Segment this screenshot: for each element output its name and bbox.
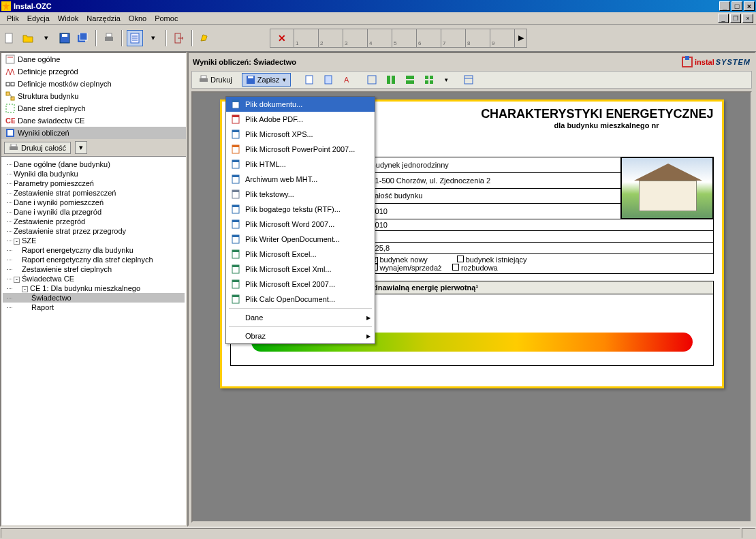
new-button[interactable]	[1, 30, 18, 46]
svg-rect-40	[425, 76, 428, 79]
sidebar-item-definicje-przegrod[interactable]: Definicje przegród	[1, 65, 186, 78]
file-icon	[230, 114, 241, 125]
dropdown-item[interactable]: Plik dokumentu...	[226, 97, 375, 112]
tree-item[interactable]: -SZE	[3, 236, 185, 245]
mdi-minimize[interactable]: _	[718, 14, 729, 23]
tab-slot-9[interactable]: 9	[490, 29, 515, 48]
svg-rect-63	[232, 220, 239, 222]
menu-narzedzia[interactable]: Narzędzia	[82, 13, 125, 24]
view-btn-3[interactable]: A	[338, 73, 356, 87]
dropdown-item[interactable]: Plik HTML...	[226, 157, 375, 172]
menu-okno[interactable]: Okno	[125, 13, 151, 24]
print-button[interactable]	[101, 30, 117, 46]
layout-btn-3[interactable]	[401, 73, 419, 87]
menu-edycja[interactable]: Edycja	[23, 13, 54, 24]
dropdown-item[interactable]: Plik Microsoft Excel Xml...	[226, 262, 375, 277]
layout-dropdown[interactable]: ▼	[439, 73, 453, 87]
tree-item[interactable]: -CE 1: Dla budynku mieszkalnego	[3, 283, 185, 293]
close-button[interactable]: ×	[744, 1, 755, 11]
tree-item[interactable]: Dane i wyniki dla przegród	[3, 207, 185, 217]
titlebar: Instal-OZC _ □ ×	[0, 0, 756, 12]
view-btn-1[interactable]	[300, 73, 318, 87]
layout-btn-2[interactable]	[382, 73, 400, 87]
tree-item[interactable]: Raport	[3, 303, 185, 312]
logo: instalSYSTEM	[681, 56, 751, 68]
exit-button[interactable]	[171, 30, 187, 46]
tab-close-button[interactable]: ✕	[270, 29, 294, 48]
dropdown-item[interactable]: Plik Calc OpenDocument...	[226, 292, 375, 307]
tree-item[interactable]: Parametry pomieszczeń	[3, 179, 185, 188]
sidebar-item-wyniki[interactable]: Wyniki obliczeń	[1, 127, 186, 139]
view-btn-2[interactable]	[319, 73, 337, 87]
svg-rect-17	[6, 92, 10, 95]
arrow-down-icon[interactable]: ▾	[38, 30, 54, 46]
mdi-restore[interactable]: ❐	[730, 14, 741, 23]
layout-btn-1[interactable]	[363, 73, 381, 87]
dropdown-item[interactable]: Plik bogatego tekstu (RTF)...	[226, 202, 375, 217]
dropdown-item[interactable]: Plik Writer OpenDocument...	[226, 232, 375, 247]
sidebar-item-definicje-mostkow[interactable]: Definicje mostków cieplnych	[1, 78, 186, 90]
sidebar-item-strefy[interactable]: Dane stref cieplnych	[1, 102, 186, 114]
dropdown-item[interactable]: Dane	[226, 310, 375, 325]
dropdown-item[interactable]: Plik tekstowy...	[226, 187, 375, 202]
tree-item[interactable]: Świadectwo	[3, 293, 185, 303]
file-icon	[230, 129, 241, 140]
save-button[interactable]	[57, 30, 73, 46]
svg-rect-43	[430, 80, 433, 84]
tab-slot-8[interactable]: 8	[466, 29, 490, 48]
tab-slot-7[interactable]: 7	[441, 29, 466, 48]
file-icon	[230, 174, 241, 185]
svg-rect-15	[6, 82, 10, 86]
tree-item[interactable]: Zestawienie przegród	[3, 217, 185, 226]
doc-toolbar: Drukuj Zapisz ▼ A ▼	[191, 71, 752, 89]
doc-save-button[interactable]: Zapisz ▼	[242, 73, 291, 87]
menu-widok[interactable]: Widok	[54, 13, 83, 24]
file-icon	[230, 279, 241, 290]
dropdown-item[interactable]: Plik Adobe PDF...	[226, 112, 375, 127]
layout-btn-4[interactable]	[420, 73, 438, 87]
tree-item[interactable]: Dane ogólne (dane budynku)	[3, 159, 185, 169]
minimize-button[interactable]: _	[719, 1, 730, 11]
saveall-button[interactable]	[75, 30, 91, 46]
dropdown-item[interactable]: Plik Microsoft Word 2007...	[226, 217, 375, 232]
tree-item[interactable]: Zestawienie stref cieplnych	[3, 264, 185, 274]
dropdown-item[interactable]: Plik Microsoft Excel...	[226, 247, 375, 262]
svg-rect-31	[248, 76, 253, 78]
dropdown-item[interactable]: Obraz	[226, 328, 375, 343]
tree-item[interactable]: -Świadectwa CE	[3, 274, 185, 283]
tab-slot-2[interactable]: 2	[319, 29, 343, 48]
tree-item[interactable]: Raport energetyczny dla stref cieplnych	[3, 255, 185, 264]
print-dropdown[interactable]: ▾	[75, 141, 87, 154]
maximize-button[interactable]: □	[731, 1, 742, 11]
tree-item[interactable]: Zestawienie strat pomieszczeń	[3, 188, 185, 198]
tab-slot-3[interactable]: 3	[343, 29, 368, 48]
menu-pomoc[interactable]: Pomoc	[151, 13, 182, 24]
sidebar-item-struktura[interactable]: Struktura budynku	[1, 90, 186, 102]
tree-item[interactable]: Wyniki dla budynku	[3, 169, 185, 179]
tree-item[interactable]: Dane i wyniki pomieszczeń	[3, 198, 185, 207]
tree-item[interactable]: Zestawienie strat przez przegrody	[3, 226, 185, 236]
tab-scroll-right[interactable]: ▶	[515, 29, 527, 48]
tree-item[interactable]: Raport energetyczny dla budynku	[3, 245, 185, 255]
dropdown-item[interactable]: Plik Microsoft Excel 2007...	[226, 277, 375, 292]
arrow2-icon[interactable]: ▾	[145, 30, 161, 46]
app-icon	[1, 1, 11, 11]
print-all-button[interactable]: Drukuj całość	[4, 142, 71, 154]
view-btn-last[interactable]	[460, 73, 477, 87]
tab-slot-1[interactable]: 1	[294, 29, 319, 48]
tab-slot-4[interactable]: 4	[368, 29, 392, 48]
help-button[interactable]	[197, 30, 213, 46]
dropdown-item[interactable]: Plik Microsoft PowerPoint 2007...	[226, 142, 375, 157]
results-tree: Dane ogólne (dane budynku)Wyniki dla bud…	[1, 157, 186, 315]
tab-slot-6[interactable]: 6	[417, 29, 441, 48]
dropdown-item[interactable]: Archiwum web MHT...	[226, 172, 375, 187]
sidebar-item-swiadectwa[interactable]: CEDane świadectw CE	[1, 114, 186, 127]
calc-button[interactable]	[127, 30, 143, 46]
doc-print-button[interactable]: Drukuj	[195, 73, 236, 87]
open-button[interactable]	[20, 30, 36, 46]
dropdown-item[interactable]: Plik Microsoft XPS...	[226, 127, 375, 142]
tab-slot-5[interactable]: 5	[392, 29, 417, 48]
mdi-close[interactable]: ×	[742, 14, 753, 23]
sidebar-item-dane-ogolne[interactable]: Dane ogólne	[1, 53, 186, 65]
menu-plik[interactable]: Plik	[3, 13, 23, 24]
